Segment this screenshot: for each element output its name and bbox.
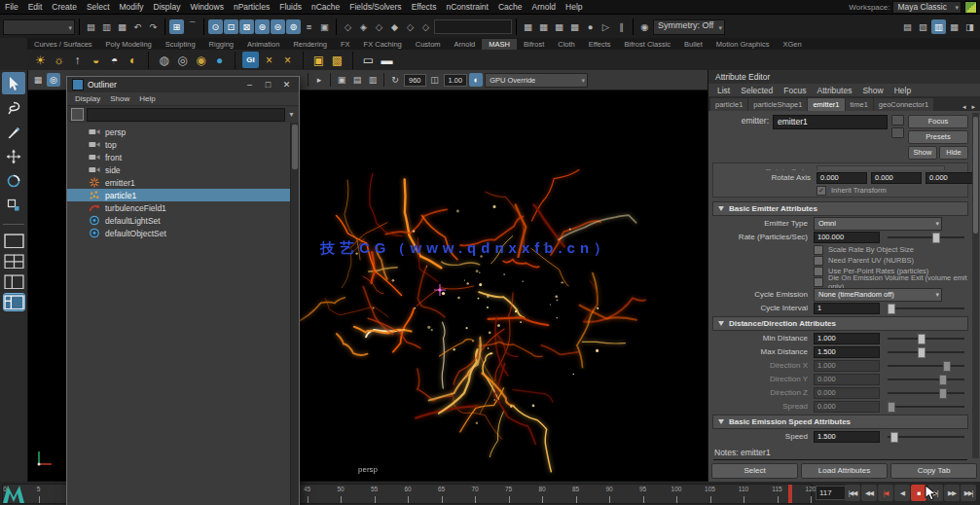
attr-checkbox-use-per-point-rates-particles[interactable]	[814, 267, 823, 276]
hide-button[interactable]: Hide	[939, 146, 968, 160]
chevron-down-icon[interactable]: ▼	[288, 111, 295, 118]
render-current-frame-icon[interactable]: ◍	[156, 52, 172, 68]
outliner-item-turbulencefield1[interactable]: turbulenceField1	[67, 201, 291, 214]
directional-light-icon[interactable]: ↑	[69, 52, 86, 68]
attr-field-spread[interactable]: 0.000	[814, 401, 880, 413]
menu-select[interactable]: Select	[82, 2, 115, 12]
attr-field-direction-x[interactable]: 1.000	[814, 360, 880, 372]
shelf-tab-cloth[interactable]: Cloth	[551, 39, 582, 50]
attr-field-min-distance[interactable]: 1.000	[814, 333, 880, 344]
shelf-tab-custom[interactable]: Custom	[409, 39, 448, 50]
snap-to-plane-icon[interactable]: ⊡	[224, 19, 238, 34]
menu-fluids[interactable]: Fluids	[274, 2, 307, 12]
cursor-tool-icon[interactable]: ▸	[312, 73, 326, 87]
attr-dropdown-cycle-emission[interactable]: None (timeRandom off)	[814, 288, 942, 302]
new-scene-icon[interactable]: ▤	[84, 19, 98, 34]
playhead-marker[interactable]	[788, 485, 792, 503]
slider-thumb[interactable]	[932, 233, 940, 243]
attr-slider-speed[interactable]	[888, 431, 964, 442]
make-live-icon[interactable]: ⊛	[255, 19, 270, 34]
slider-thumb[interactable]	[890, 432, 898, 443]
render-sequence-icon[interactable]: ▦	[552, 19, 566, 34]
attr-checkbox-need-parent-uv-nurbs[interactable]	[814, 256, 823, 266]
step-back-key-button[interactable]: |◀	[878, 485, 893, 501]
tool-settings-toggle-icon[interactable]: ▧	[916, 19, 930, 34]
renderer-dropdown[interactable]: GPU Override	[485, 73, 588, 88]
shelf-tab-curves-surfaces[interactable]: Curves / Surfaces	[27, 39, 99, 50]
snap-together-icon[interactable]: ⊜	[271, 19, 285, 34]
isolate-select-icon[interactable]: ▣	[335, 73, 348, 87]
attr-slider-direction-y[interactable]	[888, 374, 964, 384]
symmetry-dropdown[interactable]: Symmetry: Off	[653, 19, 725, 35]
filter-icon[interactable]	[71, 108, 84, 121]
menu-cache[interactable]: Cache	[493, 2, 527, 12]
attribute-editor-toggle-icon[interactable]: ▤	[900, 19, 915, 34]
rotate-axis-x-field[interactable]: 0.000	[817, 172, 867, 184]
final-gather-icon[interactable]: ×	[279, 52, 296, 68]
light-editor-icon[interactable]: ▷	[599, 19, 613, 34]
attr-checkbox-scale-rate-by-object-size[interactable]	[814, 245, 823, 255]
keep-snapped-icon[interactable]: ⊚	[286, 19, 301, 34]
quick-selection-field[interactable]	[434, 19, 512, 34]
ipr-render-icon[interactable]: ▦	[536, 19, 551, 34]
lasso-tool[interactable]	[2, 96, 25, 119]
spot-light-icon[interactable]: ◐	[125, 52, 141, 68]
shelf-tab-arnold[interactable]: Arnold	[448, 39, 483, 50]
shelf-tab-bullet[interactable]: Bullet	[677, 39, 709, 50]
layout-two-panes[interactable]	[4, 273, 24, 290]
ae-menu-focus[interactable]: Focus	[779, 86, 811, 95]
attr-checkbox-die-on-emission-volume-exit-volume-emit-only[interactable]	[814, 277, 823, 287]
attr-slider-max-distance[interactable]	[888, 346, 964, 357]
shelf-tab-xgen[interactable]: XGen	[776, 39, 808, 50]
layout-single-pane[interactable]	[4, 233, 24, 249]
shelf-tab-fx[interactable]: FX	[334, 39, 357, 50]
ae-tab-geoconnector1[interactable]: geoConnector1	[874, 98, 933, 111]
section-header-basic-emitter-attributes[interactable]: Basic Emitter Attributes	[712, 201, 968, 216]
section-header-basic-emission-speed-attributes[interactable]: Basic Emission Speed Attributes	[712, 415, 968, 429]
shelf-tab-rendering[interactable]: Rendering	[286, 39, 334, 50]
slider-thumb[interactable]	[943, 361, 951, 372]
pin-button[interactable]	[891, 115, 904, 126]
close-button[interactable]: ✕	[279, 80, 294, 90]
gi-toggle-icon[interactable]: GI	[242, 52, 259, 68]
menu-nconstraint[interactable]: nConstraint	[441, 2, 492, 12]
hierarchy-mode-icon[interactable]: ◆	[387, 19, 402, 34]
outliner-item-front[interactable]: front	[67, 151, 291, 163]
hypershade-icon[interactable]: ●	[583, 19, 598, 34]
tab-scroll-arrows[interactable]: ◂ ▸	[960, 103, 980, 111]
field-chart-icon[interactable]: ▤	[350, 73, 364, 87]
shelf-tab-poly-modeling[interactable]: Poly Modeling	[99, 39, 159, 50]
attr-field-direction-z[interactable]: 0.000	[814, 387, 880, 399]
character-icon[interactable]: ◉	[637, 19, 652, 34]
camera-lock-icon[interactable]: ◎	[47, 73, 60, 87]
highlight-selection-icon[interactable]: ◇	[341, 19, 355, 34]
snap-to-curve-icon[interactable]: ⌒	[185, 19, 200, 34]
presets-button[interactable]: Presets	[908, 130, 968, 144]
ae-tab-emitter1[interactable]: emitter1	[808, 98, 844, 111]
exposure-icon[interactable]: ◐	[469, 73, 483, 87]
ambient-light-icon[interactable]: ☀	[32, 52, 49, 68]
step-back-frame-button[interactable]: ◀◀	[861, 485, 877, 501]
minimize-button[interactable]: –	[242, 80, 257, 90]
open-render-view-icon[interactable]: ▣	[317, 19, 332, 34]
outliner-titlebar[interactable]: Outliner – □ ✕	[67, 77, 299, 92]
go-to-start-button[interactable]: |◀◀	[845, 485, 860, 501]
play-backwards-button[interactable]: ◀	[894, 485, 910, 501]
section-header-distance-direction-attributes[interactable]: Distance/Direction Attributes	[712, 316, 968, 331]
workspace-icon[interactable]	[964, 1, 977, 14]
ae-menu-list[interactable]: List	[712, 86, 735, 95]
outliner-scrollbar[interactable]	[290, 123, 299, 505]
shelf-tab-bifrost-classic[interactable]: Bifrost Classic	[618, 39, 678, 50]
scale-tool[interactable]	[2, 194, 25, 216]
hypershade-icon[interactable]: ●	[211, 52, 228, 68]
show-button[interactable]: Show	[908, 146, 937, 160]
shelf-tab-animation[interactable]: Animation	[240, 39, 286, 50]
step-forward-frame-button[interactable]: ▶▶	[944, 485, 960, 501]
inherit-transform-checkbox[interactable]: ✓	[817, 186, 826, 196]
rotate-axis-z-field[interactable]: 0.000	[926, 172, 976, 184]
shelf-tab-motion-graphics[interactable]: Motion Graphics	[709, 39, 777, 50]
menu-file[interactable]: File	[0, 2, 23, 12]
pause-viewport-icon[interactable]: ∥	[614, 19, 629, 34]
input-connections-icon[interactable]: ◈	[356, 19, 371, 34]
slider-thumb[interactable]	[918, 334, 926, 344]
